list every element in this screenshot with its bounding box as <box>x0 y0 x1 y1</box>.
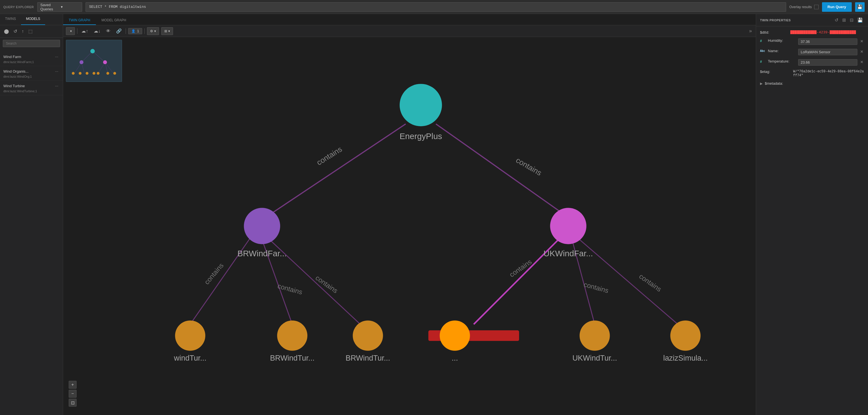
svg-text:UKWindTur...: UKWindTur... <box>572 354 617 362</box>
query-explorer-label: QUERY EXPLORER <box>3 5 34 9</box>
expand-more-btn[interactable]: » <box>748 27 753 35</box>
svg-text:contains: contains <box>638 272 663 293</box>
person-icon: 👤 <box>131 29 135 33</box>
run-query-button[interactable]: Run Query <box>822 2 852 12</box>
graph-toolbar: ▾ ☁↑ ☁↓ 👁 🔗 👤 1 ⚙ ▾ ⊞ ▾ » <box>63 25 756 37</box>
undo-icon[interactable]: ↺ <box>834 17 839 23</box>
model-more-wind-org[interactable]: ··· <box>54 68 59 74</box>
svg-point-15 <box>106 72 109 74</box>
saved-queries-dropdown[interactable]: Saved Queries ▾ <box>37 2 82 12</box>
humidity-input[interactable] <box>798 38 857 45</box>
svg-text:...: ... <box>452 354 458 362</box>
save-properties-icon[interactable]: 💾 <box>856 17 864 23</box>
table-btn[interactable]: ⊞ ▾ <box>161 27 173 35</box>
model-item-wind-org[interactable]: Wind Organis... ··· dtmi:laziz:WindOrg;1 <box>0 66 63 81</box>
temperature-input[interactable] <box>798 59 857 66</box>
svg-point-34 <box>400 84 442 126</box>
abc-icon-name: Abc <box>760 50 766 53</box>
import-icon[interactable]: ⬤ <box>3 28 10 35</box>
svg-point-46 <box>440 320 470 351</box>
svg-text:contains: contains <box>315 145 344 167</box>
dropdown-selector-btn[interactable]: ▾ <box>66 27 75 35</box>
svg-line-0 <box>82 51 93 62</box>
svg-point-42 <box>277 320 307 351</box>
etag-row: $etag: W/"76a2de1c-ec59-4e29-88ea-08f64e… <box>760 69 864 77</box>
svg-text:contains: contains <box>203 262 225 286</box>
svg-line-2 <box>74 62 82 73</box>
layout-btn[interactable]: ⚙ ▾ <box>147 27 159 35</box>
delete-humidity-button[interactable]: ✕ <box>860 38 864 44</box>
overlay-results: Overlay results <box>789 5 819 9</box>
svg-text:BRWindTur...: BRWindTur... <box>270 354 315 362</box>
svg-text:BRWindFar...: BRWindFar... <box>237 249 287 258</box>
tab-model-graph[interactable]: MODEL GRAPH <box>96 16 132 25</box>
model-id-wind-org: dtmi:laziz:WindOrg;1 <box>3 75 59 78</box>
zoom-controls: + − ⊡ <box>69 381 76 407</box>
fit-view-button[interactable]: ⊡ <box>69 399 76 407</box>
refresh-icon[interactable]: ↺ <box>12 28 18 35</box>
humidity-label: Humidity: <box>768 38 796 43</box>
right-panel: TWIN PROPERTIES ↺ ⊞ ⊟ 💾 $dtId: █████████… <box>756 14 868 415</box>
svg-text:BRWindTur...: BRWindTur... <box>345 354 390 362</box>
svg-point-50 <box>670 320 701 351</box>
hash-icon-humidity: # <box>760 39 766 43</box>
sidebar-toolbar: ⬤ ↺ ↑ ⬚ <box>0 25 63 38</box>
tab-twins[interactable]: TWINS <box>0 14 21 25</box>
overlay-results-checkbox[interactable] <box>814 5 819 9</box>
twin-properties-content: $dtId: ████████████-4239-████████████ # … <box>756 26 868 415</box>
tab-twin-graph[interactable]: TWIN GRAPH <box>63 16 96 25</box>
svg-point-38 <box>550 208 586 244</box>
left-sidebar: TWINS MODELS ⬤ ↺ ↑ ⬚ Wind Farm ··· dtmi:… <box>0 14 63 415</box>
svg-point-9 <box>103 60 107 64</box>
chevron-down-icon: ▾ <box>61 5 79 9</box>
count-value: 1 <box>137 29 139 33</box>
model-more-wind-farm[interactable]: ··· <box>54 54 59 59</box>
delete-name-button[interactable]: ✕ <box>860 49 864 54</box>
svg-text:contains: contains <box>514 156 543 177</box>
link-icon[interactable]: 🔗 <box>115 27 123 35</box>
toolbar-separator-2 <box>126 28 126 34</box>
query-input[interactable] <box>86 2 786 12</box>
center-tabs: TWIN GRAPH MODEL GRAPH <box>63 14 756 25</box>
model-item-wind-turbine[interactable]: Wind Turbine ··· dtmi:laziz:WindTurbine;… <box>0 81 63 95</box>
eye-icon[interactable]: 👁 <box>104 28 112 35</box>
svg-text:contains: contains <box>583 280 610 294</box>
svg-text:EnergyPlus: EnergyPlus <box>400 131 442 141</box>
save-query-button[interactable]: 💾 <box>855 2 865 12</box>
name-row: Abc Name: ✕ <box>760 49 864 55</box>
add-property-icon[interactable]: ⊞ <box>841 17 847 23</box>
metadata-row[interactable]: ▶ $metadata: <box>760 81 864 86</box>
svg-line-19 <box>436 124 564 215</box>
name-input[interactable] <box>798 49 857 55</box>
metadata-label: $metadata: <box>765 81 783 86</box>
search-input[interactable] <box>3 40 60 47</box>
tab-models[interactable]: MODELS <box>21 14 45 25</box>
chevron-down-icon-layout: ▾ <box>154 29 156 33</box>
upload-icon[interactable]: ↑ <box>21 28 25 35</box>
graph-minimap <box>66 40 122 82</box>
collapse-icon[interactable]: ⊟ <box>849 17 855 23</box>
main-layout: TWINS MODELS ⬤ ↺ ↑ ⬚ Wind Farm ··· dtmi:… <box>0 14 868 415</box>
toolbar-separator-1 <box>77 28 78 34</box>
svg-point-40 <box>175 320 205 351</box>
svg-point-12 <box>86 72 88 74</box>
dt-id-label: $dtId: <box>760 30 788 34</box>
svg-point-10 <box>72 72 74 74</box>
upload-cloud-icon[interactable]: ☁↑ <box>80 27 90 35</box>
model-item-wind-farm[interactable]: Wind Farm ··· dtmi:laziz:WindFarm;1 <box>0 52 63 66</box>
download-cloud-icon[interactable]: ☁↓ <box>92 27 102 35</box>
svg-text:windTur...: windTur... <box>174 354 207 362</box>
svg-line-17 <box>270 124 406 215</box>
graph-canvas[interactable]: contains contains contains contains cont… <box>63 37 756 415</box>
svg-line-31 <box>580 240 678 324</box>
model-more-wind-turbine[interactable]: ··· <box>54 83 59 89</box>
etag-label: $etag: <box>760 69 791 74</box>
sidebar-tabs: TWINS MODELS <box>0 14 63 25</box>
twin-properties-title: TWIN PROPERTIES <box>760 19 791 22</box>
zoom-in-button[interactable]: + <box>69 381 76 389</box>
svg-point-7 <box>90 49 95 54</box>
zoom-out-button[interactable]: − <box>69 390 76 397</box>
delete-temperature-button[interactable]: ✕ <box>860 59 864 65</box>
export-icon[interactable]: ⬚ <box>27 28 34 35</box>
layout-icon: ⚙ <box>150 29 153 33</box>
